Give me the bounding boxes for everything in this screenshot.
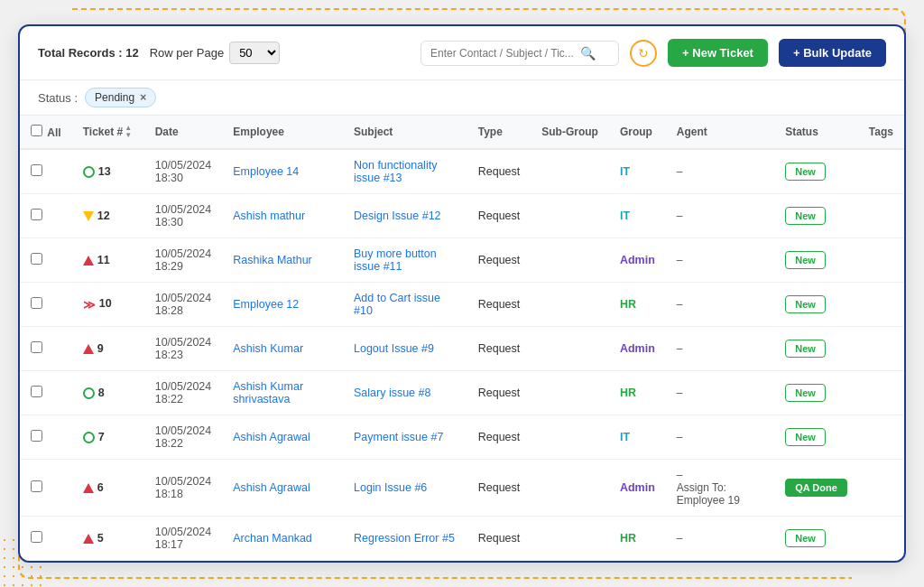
subject-link[interactable]: Buy more button issue #11 — [354, 247, 437, 273]
main-card: Total Records : 12 Row per Page 50 25 10… — [18, 24, 906, 563]
employee-link[interactable]: Ashish mathur — [233, 210, 305, 222]
row-tags — [858, 194, 904, 238]
table-row: 13 10/05/2024 18:30 Employee 14 Non func… — [20, 149, 904, 194]
row-checkbox[interactable] — [31, 209, 42, 220]
row-group: IT — [609, 415, 666, 460]
row-type: Request — [467, 327, 531, 371]
row-ticket-num: 9 — [72, 327, 144, 371]
row-ticket-num: 12 — [72, 194, 144, 238]
status-badge: New — [785, 529, 826, 547]
row-status: New — [774, 371, 858, 415]
agent-line: – — [677, 165, 763, 178]
row-checkbox[interactable] — [31, 386, 42, 397]
row-sub-group — [531, 460, 609, 517]
row-type: Request — [467, 149, 531, 194]
subject-link[interactable]: Regression Error #5 — [354, 532, 455, 545]
priority-icon-circle — [83, 387, 95, 399]
row-group: IT — [609, 194, 666, 238]
subject-link[interactable]: Add to Cart issue #10 — [354, 292, 440, 317]
employee-link[interactable]: Archan Mankad — [233, 532, 312, 545]
row-checkbox-cell — [20, 149, 72, 194]
row-checkbox[interactable] — [31, 297, 42, 309]
priority-icon-double-chevron: ≫ — [83, 298, 96, 312]
agent-line: Assign To: Employee 19 — [677, 481, 763, 507]
row-checkbox[interactable] — [31, 164, 42, 176]
employee-link[interactable]: Rashika Mathur — [233, 254, 312, 266]
row-checkbox-cell — [20, 327, 72, 371]
refresh-button[interactable]: ↻ — [630, 40, 657, 67]
row-subject: Buy more button issue #11 — [343, 238, 467, 283]
row-ticket-num: 6 — [72, 460, 144, 517]
status-badge: New — [785, 428, 826, 446]
employee-link[interactable]: Ashish Kumar — [233, 342, 303, 355]
row-agent: – — [666, 517, 774, 561]
row-agent: – — [666, 371, 774, 415]
row-tags — [858, 238, 904, 283]
tickets-table: All Ticket # ▲▼ Date Employee Subject Ty… — [20, 116, 904, 561]
subject-link[interactable]: Salary issue #8 — [354, 387, 430, 399]
row-per-page-label: Row per Page — [150, 46, 224, 60]
row-agent: – — [666, 149, 774, 194]
rows-per-page-select[interactable]: 50 25 100 — [229, 42, 280, 64]
col-agent: Agent — [666, 116, 774, 149]
select-all-checkbox[interactable] — [31, 125, 42, 136]
employee-link[interactable]: Ashish Agrawal — [233, 481, 310, 494]
col-subject: Subject — [343, 116, 467, 149]
filter-pending-tag: Pending × — [85, 88, 156, 107]
status-badge: New — [785, 207, 826, 225]
row-status: New — [774, 149, 858, 194]
row-tags — [858, 460, 904, 517]
employee-link[interactable]: Employee 12 — [233, 298, 299, 311]
row-agent: – — [666, 283, 774, 327]
row-checkbox[interactable] — [31, 531, 42, 543]
priority-icon-circle — [83, 432, 95, 443]
row-ticket-num: 7 — [72, 415, 144, 460]
row-agent: –Assign To: Employee 19 — [666, 460, 774, 517]
row-checkbox[interactable] — [31, 480, 42, 492]
row-group: Admin — [609, 327, 666, 371]
row-date: 10/05/2024 18:28 — [144, 283, 223, 327]
employee-link[interactable]: Ashish Kumar shrivastava — [233, 380, 303, 405]
col-select-all: All — [20, 116, 72, 149]
row-checkbox[interactable] — [31, 341, 42, 353]
row-date: 10/05/2024 18:30 — [144, 194, 223, 238]
table-row: 12 10/05/2024 18:30 Ashish mathur Design… — [20, 194, 904, 238]
agent-line: – — [677, 298, 763, 311]
subject-link[interactable]: Non functionality issue #13 — [354, 159, 437, 184]
row-type: Request — [467, 194, 531, 238]
row-date: 10/05/2024 18:18 — [144, 460, 223, 517]
bulk-update-button[interactable]: + Bulk Update — [779, 39, 886, 67]
status-badge: QA Done — [785, 479, 847, 497]
agent-line: – — [677, 210, 763, 222]
priority-icon-triangle — [83, 534, 94, 544]
row-agent: – — [666, 238, 774, 283]
row-checkbox-cell — [20, 415, 72, 460]
row-sub-group — [531, 327, 609, 371]
row-checkbox[interactable] — [31, 430, 42, 442]
search-button[interactable]: 🔍 — [580, 46, 596, 61]
subject-link[interactable]: Payment issue #7 — [354, 431, 443, 443]
row-date: 10/05/2024 18:22 — [144, 415, 223, 460]
agent-line: – — [677, 431, 763, 443]
agent-line: – — [677, 387, 763, 399]
row-checkbox[interactable] — [31, 253, 42, 265]
search-input[interactable] — [430, 47, 575, 60]
new-ticket-button[interactable]: + New Ticket — [668, 39, 768, 67]
row-status: New — [774, 517, 858, 561]
subject-link[interactable]: Logout Issue #9 — [354, 342, 434, 355]
filter-close-button[interactable]: × — [140, 91, 146, 104]
row-subject: Regression Error #5 — [343, 517, 467, 561]
employee-link[interactable]: Employee 14 — [233, 165, 299, 178]
row-tags — [858, 149, 904, 194]
row-status: New — [774, 283, 858, 327]
row-subject: Non functionality issue #13 — [343, 149, 467, 194]
priority-icon-triangle — [83, 256, 94, 266]
row-subject: Logout Issue #9 — [343, 327, 467, 371]
subject-link[interactable]: Design Issue #12 — [354, 210, 441, 222]
row-employee: Ashish Kumar — [222, 327, 343, 371]
employee-link[interactable]: Ashish Agrawal — [233, 431, 310, 443]
table-body: 13 10/05/2024 18:30 Employee 14 Non func… — [20, 149, 904, 561]
subject-link[interactable]: Login Issue #6 — [354, 481, 427, 494]
priority-icon-circle — [83, 166, 95, 178]
agent-line: – — [677, 342, 763, 355]
